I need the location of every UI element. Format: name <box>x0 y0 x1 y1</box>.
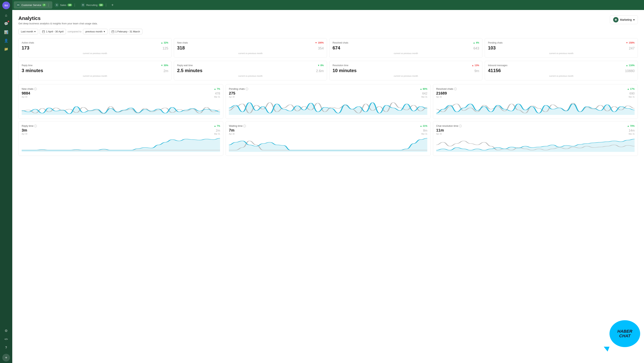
metric-card-2: Resolution time ▲ 13% 10 minutes 9m curr… <box>329 61 482 80</box>
chart-title: Resolved chats i <box>436 88 457 90</box>
metric-header: New chats ▼ 190% <box>177 42 324 44</box>
metric-values: 173 125 <box>22 45 168 51</box>
metric-main-value: 318 <box>177 45 185 51</box>
tab-avatar-sales: S <box>55 3 59 7</box>
metric-change: ▼ 158% <box>626 42 634 44</box>
chart-header: Resolved chats i ▲ 17% <box>436 88 634 90</box>
sidebar-item-home[interactable]: ⌂ <box>2 12 10 19</box>
svg-rect-0 <box>42 31 45 33</box>
chart-dates: Apr 30 Mar 31 <box>22 133 220 135</box>
chart-title: New chats i <box>22 88 37 90</box>
metric-prev-value: 643 <box>474 46 479 51</box>
prev-period-button[interactable]: previous month ▾ <box>83 29 108 34</box>
chart-change: ▲ 70% <box>627 125 634 127</box>
chart-values: 7m 8m <box>229 128 427 133</box>
sidebar-item-contacts[interactable]: 👤 <box>2 37 10 45</box>
metric-prev-value: 354 <box>318 46 324 51</box>
metric-main-value: 674 <box>332 45 340 51</box>
chart-dates: Apr 30 Mar 31 <box>22 96 220 98</box>
metric-header: Resolved chats ▲ 4% <box>332 42 479 44</box>
metric-change: ▲ 13% <box>472 64 479 67</box>
haber-chat-widget[interactable]: HABERCHAT <box>610 320 644 351</box>
metric-header: Reply time ▼ 30% <box>22 64 168 67</box>
period-label: Last month <box>21 30 33 33</box>
metric-prev-value: 2m <box>164 69 168 73</box>
chart-dates: Apr 30 Mar 31 <box>436 96 634 98</box>
tab-menu-sales[interactable]: ⋮ <box>73 3 76 7</box>
avatar[interactable]: SU <box>2 2 10 9</box>
metric-label: Reply time <box>22 64 32 67</box>
chart-main-value: 21689 <box>436 91 447 96</box>
chart-info-icon[interactable]: i <box>34 125 37 127</box>
metric-prev-value: 125 <box>162 46 168 51</box>
metric-change: ▼ 190% <box>315 42 324 44</box>
tab-customer-service[interactable]: CS Customer Service 7 ⋮ <box>14 1 52 9</box>
chart-svg <box>22 100 220 115</box>
metric-footer: current vs previous month <box>332 75 479 77</box>
chart-header: Chat resolution time i ▲ 70% <box>436 124 634 127</box>
chart-info-icon[interactable]: i <box>246 88 248 90</box>
sidebar: SU ⌂ 💬 📊 👤 📁 ⚙ </> ? + <box>0 0 12 363</box>
marketing-team-button[interactable]: Marketing ▾ <box>610 15 638 24</box>
chart-main-value: 275 <box>229 91 235 96</box>
chart-date-end: Mar 31 <box>629 96 634 98</box>
metrics-grid-row1: Active chats ▲ 32% 173 125 current vs pr… <box>18 38 638 58</box>
sidebar-item-analytics[interactable]: 📊 <box>2 28 10 36</box>
filter-bar: Last month ▾ 1 April - 30 April compared… <box>18 29 638 34</box>
metric-footer: current vs previous month <box>22 75 168 77</box>
period-filter-button[interactable]: Last month ▾ <box>18 29 38 34</box>
metric-main-value: 173 <box>22 45 29 51</box>
metric-change: ▲ 32% <box>161 42 168 44</box>
chart-card-chat-resolution-time: Chat resolution time i ▲ 70% 11m 14m Apr… <box>433 121 638 156</box>
sidebar-item-files[interactable]: 📁 <box>2 45 10 53</box>
tab-menu-customer-service[interactable]: ⋮ <box>47 3 50 7</box>
chart-dates: Apr 30 Mar 31 <box>436 133 634 135</box>
chart-header: Reply time i ▲ 7% <box>22 124 220 127</box>
sidebar-item-help[interactable]: ? <box>2 344 10 351</box>
metric-header: Pending chats ▼ 158% <box>488 42 634 44</box>
metric-card-1: Reply wait time ▼ 8% 2.5 minutes 2.6m cu… <box>174 61 327 80</box>
chart-values: 3m 2m <box>22 128 220 133</box>
chart-main-value: 11m <box>436 128 444 133</box>
prev-date-range-button[interactable]: 1 February - 31 March <box>109 29 142 34</box>
compared-to-label: compared to <box>68 30 81 33</box>
date-range-button[interactable]: 1 April - 30 April <box>40 29 66 34</box>
chart-svg <box>22 137 220 152</box>
sidebar-item-settings[interactable]: ⚙ <box>2 327 10 335</box>
chart-info-icon[interactable]: i <box>454 88 457 90</box>
metric-prev-value: 247 <box>629 46 634 51</box>
tab-recruiting[interactable]: R Recruiting 14 ⋮ <box>78 1 110 9</box>
chart-date-start: Apr 30 <box>22 133 27 135</box>
content-area: Analytics Get deep business analytics & … <box>12 10 644 363</box>
sidebar-item-dev[interactable]: </> <box>2 335 10 343</box>
chart-info-icon[interactable]: i <box>459 125 462 127</box>
chart-change: ▲ 80% <box>420 88 427 90</box>
calendar-prev-icon <box>112 30 114 33</box>
haber-text: HABERCHAT <box>617 329 632 338</box>
chart-svg <box>229 100 427 115</box>
haber-bubble: HABERCHAT <box>610 320 640 347</box>
add-tab-button[interactable]: + <box>110 3 115 7</box>
tab-sales[interactable]: S Sales 10 ⋮ <box>52 1 78 9</box>
metric-values: 10 minutes 9m <box>332 68 479 73</box>
chart-header: Pending chats i ▲ 80% <box>229 88 427 90</box>
metric-label: Inbound messages <box>488 64 507 67</box>
chart-date-end: Mar 31 <box>422 133 428 135</box>
chart-info-icon[interactable]: i <box>34 88 37 90</box>
metrics-grid-row2: Reply time ▼ 30% 3 minutes 2m current vs… <box>18 61 638 80</box>
haber-tail <box>604 347 610 351</box>
chart-change: ▲ 7% <box>214 125 220 127</box>
sidebar-item-chat[interactable]: 💬 <box>2 20 10 28</box>
tab-menu-recruiting[interactable]: ⋮ <box>104 3 108 7</box>
sidebar-add-button[interactable]: + <box>2 354 10 361</box>
metric-values: 103 247 <box>488 45 634 51</box>
metric-values: 3 minutes 2m <box>22 68 168 73</box>
chart-date-start: Apr 30 <box>436 96 442 98</box>
chart-date-end: Mar 31 <box>214 96 220 98</box>
metric-main-value: 41156 <box>488 68 501 73</box>
chart-card-waiting-time: Waiting time i ▲ 21% 7m 8m Apr 30 Mar 31 <box>226 121 430 156</box>
prev-period-chevron-icon: ▾ <box>104 30 105 33</box>
metric-values: 41156 10880 <box>488 68 634 73</box>
metric-footer: current vs previous month <box>332 52 479 55</box>
chart-info-icon[interactable]: i <box>243 125 246 127</box>
